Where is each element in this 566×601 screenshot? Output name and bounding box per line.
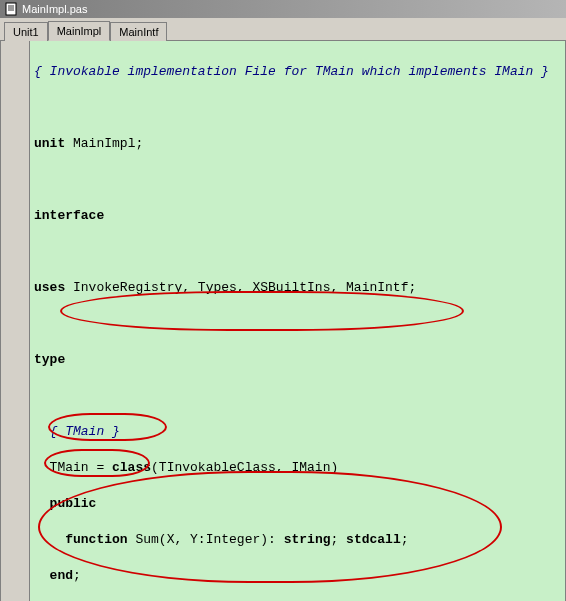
code-comment: { TMain } xyxy=(34,424,120,439)
kw-string: string xyxy=(284,532,331,547)
kw-type: type xyxy=(34,352,65,367)
kw-uses: uses xyxy=(34,280,65,295)
code-text: InvokeRegistry, Types, XSBuiltIns, MainI… xyxy=(65,280,416,295)
blank-line xyxy=(34,387,561,405)
window-title: MainImpl.pas xyxy=(22,3,87,15)
kw-class: class xyxy=(112,460,151,475)
blank-line xyxy=(34,243,561,261)
code-text: Sum(X, Y:Integer): xyxy=(128,532,284,547)
tab-unit1[interactable]: Unit1 xyxy=(4,22,48,41)
kw-unit: unit xyxy=(34,136,65,151)
titlebar: MainImpl.pas xyxy=(0,0,566,18)
blank-line xyxy=(34,171,561,189)
kw-interface: interface xyxy=(34,208,104,223)
code-text xyxy=(34,532,65,547)
blank-line xyxy=(34,315,561,333)
tab-bar: Unit1 MainImpl MainIntf xyxy=(0,18,566,41)
svg-rect-0 xyxy=(6,3,16,15)
code-text: MainImpl; xyxy=(65,136,143,151)
tab-mainintf[interactable]: MainIntf xyxy=(110,22,167,41)
code-text: ; xyxy=(330,532,346,547)
code-text: TMain = xyxy=(34,460,112,475)
tab-mainimpl[interactable]: MainImpl xyxy=(48,21,111,41)
editor: { Invokable implementation File for TMai… xyxy=(0,41,566,601)
code-comment: { Invokable implementation File for TMai… xyxy=(34,64,549,79)
blank-line xyxy=(34,99,561,117)
gutter xyxy=(1,41,30,601)
kw-function: function xyxy=(65,532,127,547)
file-icon xyxy=(4,2,18,16)
kw-end: end xyxy=(34,568,73,583)
code-text: (TInvokableClass, IMain) xyxy=(151,460,338,475)
code-text: ; xyxy=(73,568,81,583)
kw-stdcall: stdcall xyxy=(346,532,401,547)
code-text: ; xyxy=(401,532,409,547)
code-area[interactable]: { Invokable implementation File for TMai… xyxy=(30,41,565,601)
kw-public: public xyxy=(34,496,96,511)
